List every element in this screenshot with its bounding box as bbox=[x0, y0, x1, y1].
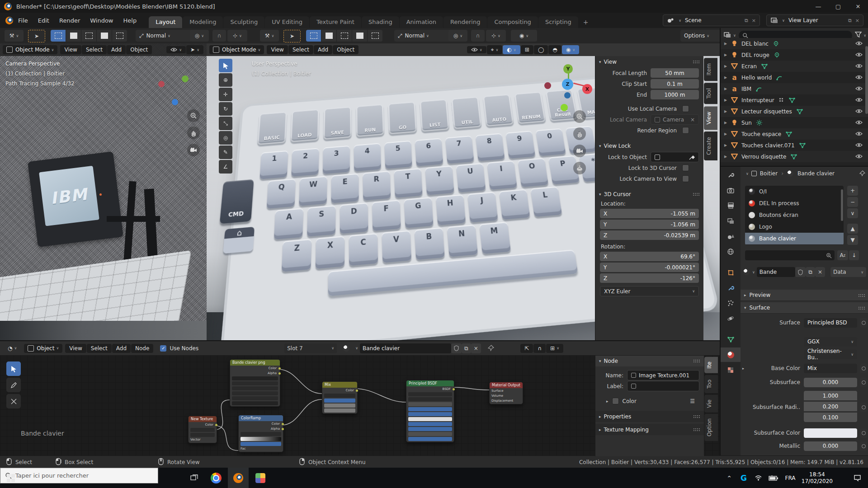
shader-node[interactable]: ColorRampColorAlphaFac bbox=[238, 415, 283, 452]
taskbar-clock[interactable]: 18:54 17/02/2020 bbox=[802, 468, 833, 488]
cursor-rotation-y[interactable]: Y-0.000021° bbox=[600, 263, 699, 272]
outliner-item-name[interactable]: DEL blanc bbox=[741, 41, 769, 47]
surface-field-christensen-bu-[interactable]: Christensen-Bu..∨ bbox=[741, 349, 868, 359]
overlays-icon[interactable]: ➤∨ bbox=[186, 45, 203, 54]
axis-z-ball[interactable]: Z bbox=[562, 79, 573, 90]
hide-eye-icon[interactable] bbox=[855, 120, 863, 126]
slots-scrollbar[interactable] bbox=[841, 189, 843, 221]
workspace-tab-rendering[interactable]: Rendering bbox=[443, 16, 487, 28]
field-value-focal-length[interactable]: 50 mm bbox=[651, 68, 699, 78]
node-select-tool[interactable] bbox=[6, 361, 21, 376]
material-slot[interactable]: Boutons écran bbox=[745, 209, 844, 221]
material-slot[interactable]: Logo bbox=[745, 221, 844, 233]
surface-field-subsurface-radi-[interactable]: Subsurface Radi..1.0000.2000.100 bbox=[741, 391, 868, 423]
node-menu-select[interactable]: Select bbox=[87, 344, 112, 353]
properties-tab-object[interactable] bbox=[721, 265, 741, 280]
taskbar-search-input[interactable]: Taper ici pour rechercher bbox=[0, 468, 158, 483]
cursor-rotation-z[interactable]: Z-126° bbox=[600, 273, 699, 283]
node-tab-ite[interactable]: Ite bbox=[704, 357, 718, 373]
shader-node[interactable]: MixColor bbox=[322, 381, 358, 414]
properties-tab-particles[interactable] bbox=[721, 296, 741, 310]
gizmos-dropdown[interactable]: ⌖∨ bbox=[487, 45, 503, 54]
proportional-editing-dropdown[interactable]: ◉∨ bbox=[511, 30, 537, 42]
field-value-clip-start[interactable]: 0.1 m bbox=[651, 79, 699, 89]
task-view-button[interactable] bbox=[184, 468, 204, 488]
shader-type-dropdown[interactable]: Object∨ bbox=[24, 344, 62, 353]
properties-tab-modifiers[interactable] bbox=[721, 281, 741, 295]
shading-rendered-icon[interactable]: ◉∨ bbox=[562, 45, 579, 54]
scene-copy-icon[interactable]: ⧉ bbox=[743, 18, 750, 23]
node-title[interactable]: Bande clavier png bbox=[230, 360, 280, 366]
object-visibility-dropdown[interactable]: ∨ bbox=[467, 46, 486, 53]
viewport-menu-object[interactable]: Object bbox=[333, 45, 359, 54]
pivot-point-dropdown-2[interactable]: ◎∨ bbox=[448, 30, 467, 42]
rotation-order-dropdown[interactable]: XYZ Euler∨ bbox=[600, 286, 699, 296]
viewport-menu-object[interactable]: Object bbox=[126, 45, 152, 54]
expand-icon[interactable]: ▶ bbox=[724, 109, 731, 113]
cursor-rotation-x[interactable]: X69.6° bbox=[600, 252, 699, 261]
select-mode-invert[interactable] bbox=[97, 30, 112, 42]
hide-eye-icon[interactable] bbox=[855, 86, 863, 92]
hide-eye-icon[interactable] bbox=[855, 41, 863, 47]
axis-x-neg[interactable] bbox=[158, 81, 165, 87]
breadcrumb-data[interactable]: Bande clavier bbox=[797, 170, 835, 177]
outliner-item[interactable]: ▶ DEL rouge bbox=[721, 49, 868, 61]
pivot-point-dropdown[interactable]: ◎∨ bbox=[190, 30, 209, 42]
viewport-menu-add[interactable]: Add bbox=[314, 45, 332, 54]
color-presets-icon[interactable]: ☰ bbox=[690, 398, 695, 404]
node-pin-icon[interactable] bbox=[487, 345, 494, 352]
battery-icon[interactable] bbox=[766, 468, 781, 488]
slot-move-up-button[interactable]: ▲ bbox=[847, 224, 858, 234]
outliner-item[interactable]: ▶ Interrupteur bbox=[721, 94, 868, 106]
node-title[interactable]: New Texture bbox=[189, 416, 217, 422]
lock-3d-cursor-checkbox[interactable] bbox=[682, 164, 689, 171]
color-app-icon[interactable] bbox=[250, 468, 271, 488]
shader-node[interactable]: Material OutputSurfaceVolumeDisplacement bbox=[489, 382, 523, 404]
node-snap-icon[interactable]: ∩ bbox=[533, 344, 546, 353]
outliner-item-name[interactable]: Ecran bbox=[741, 63, 757, 70]
editor-type-shader-icon[interactable]: ◔∨ bbox=[4, 344, 21, 353]
select-mode-subtract[interactable] bbox=[81, 30, 97, 42]
axis-x-neg-ball[interactable] bbox=[544, 82, 551, 89]
expand-icon[interactable]: ▶ bbox=[724, 75, 731, 80]
cursor-location-z[interactable]: Z-0.02539 m bbox=[600, 230, 699, 240]
surface-field-ggx[interactable]: GGX∨ bbox=[741, 337, 868, 347]
hide-eye-icon[interactable] bbox=[855, 75, 863, 81]
tool-rotate[interactable]: ↻ bbox=[219, 102, 232, 116]
outliner-item[interactable]: ▶ Lecteur disquettes bbox=[721, 106, 868, 117]
use-nodes-checkbox[interactable]: ✓ bbox=[160, 345, 166, 352]
select-mode-extend-2[interactable] bbox=[321, 30, 337, 42]
expand-icon[interactable]: ▶ bbox=[724, 42, 731, 46]
material-browse-icon[interactable] bbox=[343, 345, 349, 352]
scene-selector[interactable]: ∨ Scene ⧉ × bbox=[663, 14, 760, 26]
pin-icon[interactable] bbox=[859, 170, 865, 177]
axis-gizmo-main[interactable]: Y Z X bbox=[543, 61, 593, 110]
sidebar-tab-create[interactable]: Create bbox=[704, 131, 717, 160]
viewport-menu-view[interactable]: View bbox=[267, 45, 288, 54]
local-camera-field[interactable]: Camera × bbox=[651, 114, 699, 125]
show-gizmo-icon[interactable]: ∨ bbox=[166, 46, 186, 53]
texture-mapping-header[interactable]: ▸Texture Mapping bbox=[595, 424, 704, 435]
menu-file[interactable]: File bbox=[13, 17, 33, 24]
use-local-camera-checkbox[interactable] bbox=[682, 105, 689, 112]
menu-help[interactable]: Help bbox=[118, 17, 142, 24]
camera-view-button-left[interactable] bbox=[187, 144, 200, 156]
fake-user-shield-icon[interactable] bbox=[795, 267, 806, 277]
viewport-menu-add[interactable]: Add bbox=[107, 45, 126, 54]
expand-icon[interactable]: ▶ bbox=[724, 155, 731, 159]
outliner-item[interactable]: ▶ a Hello world bbox=[721, 72, 868, 83]
start-button[interactable] bbox=[0, 468, 22, 488]
overlays-dropdown[interactable]: ◐∨ bbox=[503, 45, 520, 54]
workspace-tab-animation[interactable]: Animation bbox=[400, 16, 443, 28]
properties-tab-tool[interactable] bbox=[721, 168, 741, 182]
axis-y-ball[interactable]: Y bbox=[563, 64, 573, 74]
shader-node[interactable]: Bande clavier pngColorAlpha bbox=[230, 359, 280, 407]
expand-icon[interactable]: ▶ bbox=[724, 98, 731, 102]
hide-eye-icon[interactable] bbox=[855, 154, 863, 160]
outliner-scrollbar[interactable] bbox=[865, 46, 868, 114]
axis-y-neg-ball[interactable] bbox=[561, 104, 568, 111]
node-color-checkbox[interactable] bbox=[612, 398, 619, 404]
view-layer-selector[interactable]: ∨ View Layer ⧉ × bbox=[766, 14, 863, 26]
select-mode-extend[interactable] bbox=[66, 30, 81, 42]
workspace-tab-layout[interactable]: Layout bbox=[149, 16, 182, 28]
